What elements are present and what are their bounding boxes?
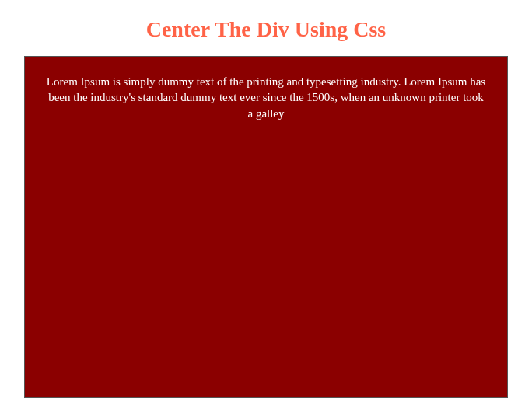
content-wrap: Lorem Ipsum is simply dummy text of the … — [0, 56, 532, 398]
centered-box: Lorem Ipsum is simply dummy text of the … — [24, 56, 508, 398]
page-title: Center The Div Using Css — [0, 0, 532, 56]
body-text: Lorem Ipsum is simply dummy text of the … — [45, 74, 487, 121]
